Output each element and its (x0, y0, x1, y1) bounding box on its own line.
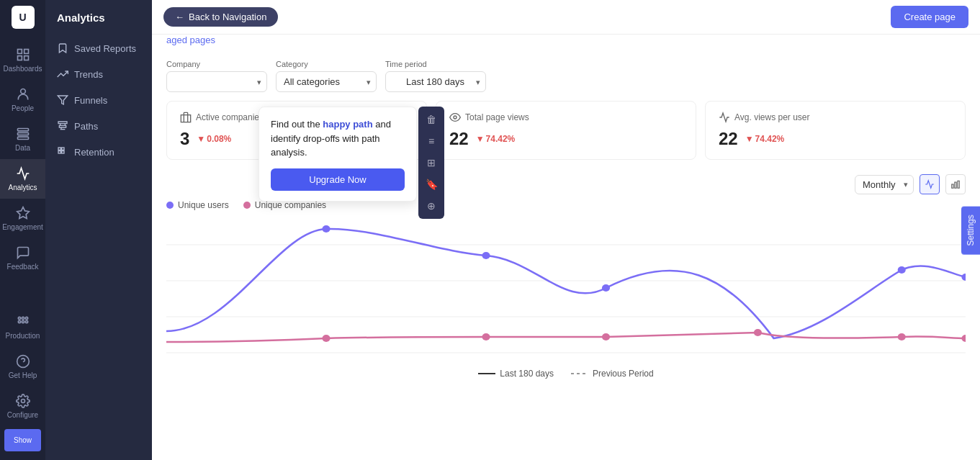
sidebar-item-get-help[interactable]: Get Help (0, 347, 45, 387)
time-period-select-wrapper: 📅 Last 180 days (385, 71, 486, 92)
sidebar-item-production[interactable]: Production (0, 307, 45, 347)
svg-rect-1 (24, 50, 28, 54)
legend-unique-companies: Unique companies (243, 200, 326, 210)
data-point (482, 333, 490, 341)
bar-chart-button[interactable] (945, 174, 966, 194)
svg-point-12 (22, 320, 24, 323)
svg-point-4 (20, 89, 25, 94)
building-icon (180, 112, 192, 123)
time-period-label: Time period (385, 60, 486, 68)
company-select[interactable] (166, 71, 267, 92)
icon-nav-bottom: Production Get Help Configure Show (0, 307, 45, 454)
solid-line-icon (478, 373, 495, 374)
sidebar-item-funnels[interactable]: Funnels (45, 87, 152, 113)
company-label: Company (166, 60, 267, 68)
category-label: Category (276, 60, 377, 68)
delete-toolbar-btn[interactable]: 🗑 (421, 109, 441, 130)
chart-svg: Mar 2024 Apr 2024 May 2024 Jun 2024 Jul … (166, 216, 966, 360)
create-page-button[interactable]: Create page (891, 6, 968, 28)
sidebar-item-configure[interactable]: Configure (0, 387, 45, 426)
chart-bottom-legend: Last 180 days Previous Period (166, 369, 966, 379)
back-to-navigation-button[interactable]: ← Back to Navigation (163, 7, 278, 27)
svg-rect-20 (58, 151, 60, 153)
bookmark-toolbar-btn[interactable]: 🔖 (421, 174, 441, 194)
svg-point-9 (22, 317, 24, 319)
chart-legend: Unique users Unique companies (166, 200, 966, 210)
filters-row: Company Category All categories Time per… (152, 51, 980, 101)
show-button[interactable]: Show (4, 429, 41, 451)
data-point (961, 274, 966, 281)
main-content: ← Back to Navigation Create page aged pa… (152, 0, 980, 460)
svg-rect-0 (17, 50, 22, 54)
app-logo[interactable]: U (12, 6, 35, 29)
stat-value-avg-views: 22 ▼ 74.42% (719, 129, 952, 149)
data-point (754, 329, 762, 336)
stat-change-active-companies: ▼ 0.08% (197, 134, 231, 144)
category-select-wrapper: All categories (276, 71, 377, 92)
time-period-select[interactable]: Last 180 days (385, 71, 486, 92)
svg-rect-19 (62, 148, 64, 150)
sidebar-item-dashboards[interactable]: Dashboards (0, 40, 45, 80)
svg-rect-25 (955, 182, 956, 188)
mini-toolbar: 🗑 ≡ ⊞ 🔖 ⊕ (418, 107, 444, 219)
sidebar-item-trends[interactable]: Trends (45, 61, 152, 87)
svg-rect-5 (17, 129, 28, 131)
settings-tab[interactable]: Settings (961, 206, 980, 254)
category-select[interactable]: All categories (276, 71, 377, 92)
svg-point-16 (21, 400, 24, 403)
svg-point-13 (25, 320, 27, 323)
sidebar-item-paths[interactable]: Paths (45, 113, 152, 139)
sidebar-item-retention[interactable]: Retention (45, 139, 152, 165)
svg-point-8 (18, 317, 20, 319)
chart-area: Monthly Unique users Unique companies (152, 168, 980, 460)
line-chart-button[interactable] (920, 174, 940, 194)
sidebar-title: Analytics (45, 12, 152, 35)
sidebar-item-saved-reports[interactable]: Saved Reports (45, 35, 152, 61)
arrow-down-icon: ▼ (745, 134, 754, 144)
copy-toolbar-btn[interactable]: ⊞ (421, 153, 441, 173)
sidebar-item-data[interactable]: Data (0, 119, 45, 159)
stat-change-avg-views: ▼ 74.42% (745, 134, 785, 144)
edit-toolbar-btn[interactable]: ≡ (421, 131, 441, 151)
data-point (898, 333, 906, 341)
category-filter: Category All categories (276, 60, 377, 92)
legend-last-180-days: Last 180 days (478, 369, 554, 379)
data-point (602, 284, 610, 292)
legend-previous-period: Previous Period (571, 369, 654, 379)
subpage-note[interactable]: aged pages (152, 35, 980, 51)
sidebar: Analytics Saved Reports Trends Funnels P… (45, 0, 152, 460)
svg-rect-24 (952, 184, 953, 188)
sidebar-item-people[interactable]: People (0, 80, 45, 119)
sidebar-item-engagement[interactable]: Engagement (0, 199, 45, 238)
svg-rect-7 (17, 137, 28, 139)
svg-rect-21 (62, 151, 64, 153)
data-point (322, 335, 330, 342)
svg-point-23 (454, 116, 457, 119)
unique-companies-dot (243, 202, 251, 209)
paths-tooltip: Find out the happy path and identify dro… (259, 107, 417, 202)
stat-title-total-page-views: Total page views (449, 112, 683, 123)
svg-rect-18 (58, 148, 60, 150)
unique-users-line (166, 229, 966, 338)
stat-card-avg-views: Avg. views per user 22 ▼ 74.42% (705, 101, 966, 160)
data-point (602, 333, 610, 341)
more-toolbar-btn[interactable]: ⊕ (421, 196, 441, 216)
monthly-select[interactable]: Monthly (855, 175, 914, 194)
stat-title-avg-views: Avg. views per user (719, 112, 952, 123)
company-filter: Company (166, 60, 267, 92)
data-point (898, 266, 906, 274)
icon-nav: U Dashboards People Data Analytics Engag… (0, 0, 45, 460)
arrow-down-icon: ▼ (476, 134, 485, 144)
sidebar-item-analytics[interactable]: Analytics (0, 159, 45, 199)
svg-rect-6 (17, 132, 28, 135)
svg-rect-22 (181, 115, 190, 122)
svg-rect-3 (24, 56, 28, 60)
svg-marker-17 (58, 96, 67, 104)
upgrade-now-button[interactable]: Upgrade Now (271, 168, 405, 191)
dashed-line-icon (571, 373, 588, 374)
unique-users-dot (166, 202, 174, 209)
company-select-wrapper (166, 71, 267, 92)
sidebar-item-feedback[interactable]: Feedback (0, 238, 45, 278)
data-point (961, 335, 966, 342)
svg-point-11 (18, 320, 20, 323)
